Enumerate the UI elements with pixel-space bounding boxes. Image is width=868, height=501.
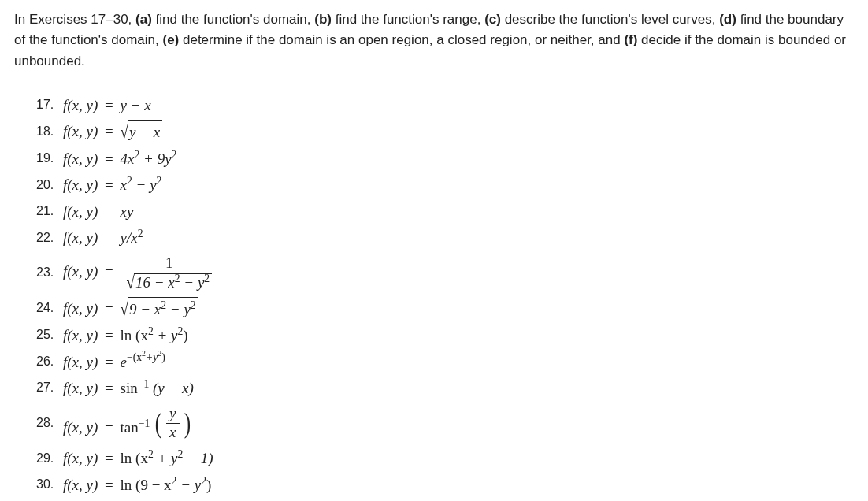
exercise-17: 17. f(x, y) = y − x <box>36 94 854 117</box>
part-b-text: find the function's range, <box>332 12 484 27</box>
exercise-list: 17. f(x, y) = y − x 18. f(x, y) = √y − x… <box>36 94 854 496</box>
exercise-number: 21. <box>36 202 63 221</box>
exercise-formula: f(x, y) = tan−1 (yx) <box>63 403 192 443</box>
exercise-formula: f(x, y) = ln (x2 + y2 − 1) <box>63 447 213 469</box>
exercise-number: 22. <box>36 228 63 248</box>
part-e-label: (e) <box>162 32 179 47</box>
exercise-22: 22. f(x, y) = y/x2 <box>36 226 854 249</box>
exercise-instructions: In Exercises 17–30, (a) find the functio… <box>14 9 849 72</box>
exercise-formula: f(x, y) = √y − x <box>63 120 162 143</box>
exercise-formula: f(x, y) = 4x2 + 9y2 <box>63 147 176 170</box>
exercise-number: 18. <box>36 122 63 142</box>
exercise-number: 28. <box>36 414 63 433</box>
exercise-number: 20. <box>36 176 63 195</box>
exercise-number: 23. <box>36 263 63 283</box>
part-d-label: (d) <box>719 12 736 27</box>
exercise-number: 24. <box>36 299 63 318</box>
exercise-number: 26. <box>36 352 63 372</box>
exercise-20: 20. f(x, y) = x2 − y2 <box>36 173 854 196</box>
exercise-30: 30. f(x, y) = ln (9 − x2 − y2) <box>36 473 854 496</box>
exercise-number: 19. <box>36 149 63 169</box>
exercise-formula: f(x, y) = y/x2 <box>63 226 143 249</box>
exercise-formula: f(x, y) = y − x <box>63 94 151 117</box>
exercise-formula: f(x, y) = ln (9 − x2 − y2) <box>63 473 211 496</box>
part-f-label: (f) <box>624 32 637 47</box>
exercise-23: 23. f(x, y) = 1√16 − x2 − y2 <box>36 253 854 294</box>
exercise-number: 27. <box>36 378 63 398</box>
exercise-29: 29. f(x, y) = ln (x2 + y2 − 1) <box>36 447 854 469</box>
exercise-18: 18. f(x, y) = √y − x <box>36 120 854 143</box>
exercise-formula: f(x, y) = e−(x2+y2) <box>63 351 165 373</box>
exercise-24: 24. f(x, y) = √9 − x2 − y2 <box>36 297 854 321</box>
instructions-prefix: In Exercises 17–30, <box>14 12 135 27</box>
part-a-text: find the function's domain, <box>152 12 314 27</box>
exercise-number: 29. <box>36 449 63 469</box>
exercise-19: 19. f(x, y) = 4x2 + 9y2 <box>36 147 854 170</box>
exercise-formula: f(x, y) = 1√16 − x2 − y2 <box>63 253 218 294</box>
exercise-26: 26. f(x, y) = e−(x2+y2) <box>36 351 854 373</box>
exercise-27: 27. f(x, y) = sin−1 (y − x) <box>36 377 854 399</box>
exercise-formula: f(x, y) = ln (x2 + y2) <box>63 324 188 347</box>
part-a-label: (a) <box>135 12 152 27</box>
part-c-label: (c) <box>484 12 501 27</box>
exercise-formula: f(x, y) = xy <box>63 200 133 223</box>
exercise-number: 17. <box>36 95 63 115</box>
exercise-formula: f(x, y) = x2 − y2 <box>63 173 161 196</box>
exercise-21: 21. f(x, y) = xy <box>36 200 854 223</box>
exercise-number: 30. <box>36 475 63 495</box>
exercise-28: 28. f(x, y) = tan−1 (yx) <box>36 403 854 443</box>
exercise-number: 25. <box>36 325 63 345</box>
exercise-formula: f(x, y) = √9 − x2 − y2 <box>63 297 198 321</box>
part-c-text: describe the function's level curves, <box>501 12 719 27</box>
exercise-formula: f(x, y) = sin−1 (y − x) <box>63 377 194 399</box>
part-e-text: determine if the domain is an open regio… <box>179 32 624 47</box>
part-b-label: (b) <box>314 12 332 27</box>
exercise-25: 25. f(x, y) = ln (x2 + y2) <box>36 324 854 347</box>
